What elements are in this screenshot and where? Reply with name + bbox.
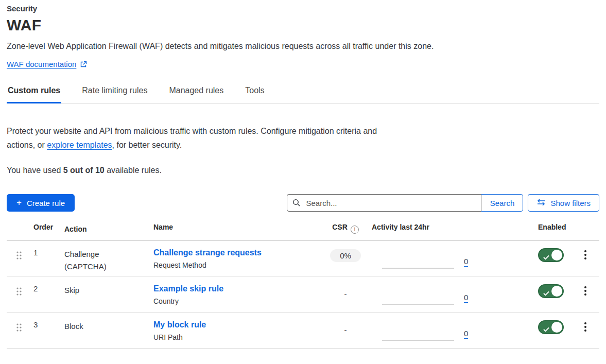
rule-field: Request Method: [153, 261, 319, 269]
tab-rate-limiting-rules[interactable]: Rate limiting rules: [81, 86, 148, 103]
cell-handle: [7, 248, 33, 263]
rule-name-link[interactable]: Challenge strange requests: [153, 248, 262, 257]
activity-sparkline: [382, 268, 454, 269]
toggle-knob: [551, 322, 562, 333]
checkmark-icon: [543, 253, 549, 262]
toggle-knob: [551, 250, 562, 261]
header-enabled: Enabled: [487, 223, 572, 231]
enabled-toggle[interactable]: [538, 248, 564, 262]
checkmark-icon: [543, 289, 549, 298]
breadcrumb-security: Security: [7, 4, 599, 13]
header-activity: Activity last 24hr: [372, 223, 487, 231]
cell-order: 1: [33, 248, 64, 257]
search-button[interactable]: Search: [481, 194, 523, 212]
intro-text-after: , for better security.: [112, 141, 182, 149]
cell-activity: 0: [372, 248, 487, 269]
toolbar-right: Search Show filters: [287, 194, 599, 212]
rule-field: URI Path: [153, 333, 319, 341]
cell-enabled: [487, 320, 572, 336]
cell-menu: [572, 284, 599, 300]
enabled-toggle[interactable]: [538, 284, 564, 298]
cell-activity: 0: [372, 284, 487, 305]
drag-dots-icon[interactable]: [15, 250, 23, 263]
cell-enabled: [487, 284, 572, 300]
external-link-icon: [80, 61, 87, 68]
swap-arrows-icon: [536, 199, 546, 207]
doc-link-label: WAF documentation: [7, 60, 76, 68]
header-name: Name: [153, 223, 319, 231]
search-group: Search: [287, 194, 523, 212]
table-header-row: Order Action Name CSRi Activity last 24h…: [7, 223, 599, 240]
rule-row: 3 Block My block rule URI Path - 0: [7, 313, 599, 349]
search-input[interactable]: [287, 194, 481, 212]
tab-custom-rules[interactable]: Custom rules: [7, 86, 61, 103]
waf-page: Security WAF Zone-level Web Application …: [0, 0, 606, 349]
drag-dots-icon[interactable]: [15, 322, 23, 335]
show-filters-label: Show filters: [550, 199, 591, 207]
search-field-wrap: [287, 194, 481, 212]
cell-csr: -: [319, 284, 372, 299]
custom-rules-table: Order Action Name CSRi Activity last 24h…: [7, 223, 599, 349]
usage-suffix: available rules.: [105, 166, 162, 175]
page-title: WAF: [7, 16, 599, 34]
csr-dash: -: [344, 325, 347, 334]
cell-order: 2: [33, 284, 64, 293]
header-csr: CSRi: [319, 223, 372, 234]
rules-usage-line: You have used 5 out of 10 available rule…: [7, 166, 599, 175]
show-filters-button[interactable]: Show filters: [528, 194, 599, 212]
drag-dots-icon[interactable]: [15, 286, 23, 299]
info-circle-icon[interactable]: i: [351, 226, 359, 234]
kebab-menu-icon[interactable]: [581, 248, 590, 264]
cell-action: Skip: [64, 284, 153, 297]
cell-handle: [7, 284, 33, 299]
csr-dash: -: [344, 289, 347, 298]
usage-count: 5 out of 10: [63, 166, 105, 175]
cell-enabled: [487, 248, 572, 264]
csr-badge: 0%: [330, 249, 361, 262]
activity-sparkline: [382, 304, 454, 305]
activity-count-link[interactable]: 0: [464, 293, 468, 303]
enabled-toggle[interactable]: [538, 320, 564, 334]
tab-managed-rules[interactable]: Managed rules: [168, 86, 224, 103]
search-icon: [292, 199, 301, 209]
waf-documentation-link[interactable]: WAF documentation: [7, 60, 87, 68]
toggle-knob: [551, 286, 562, 297]
create-rule-label: Create rule: [27, 199, 65, 207]
cell-menu: [572, 320, 599, 336]
activity-wrap: 0: [372, 284, 487, 305]
cell-activity: 0: [372, 320, 487, 341]
cell-menu: [572, 248, 599, 264]
plus-icon: +: [16, 198, 22, 207]
checkmark-icon: [543, 325, 549, 334]
tab-tools[interactable]: Tools: [244, 86, 265, 103]
rule-name-link[interactable]: My block rule: [153, 320, 206, 330]
activity-wrap: 0: [372, 320, 487, 341]
cell-name: Challenge strange requests Request Metho…: [153, 248, 319, 269]
kebab-menu-icon[interactable]: [581, 320, 590, 336]
cell-action: Challenge (CAPTCHA): [64, 248, 153, 273]
create-rule-button[interactable]: + Create rule: [7, 194, 75, 212]
cell-handle: [7, 320, 33, 335]
activity-count-link[interactable]: 0: [464, 257, 468, 267]
rule-row: 1 Challenge (CAPTCHA) Challenge strange …: [7, 240, 599, 276]
activity-sparkline: [382, 340, 454, 341]
explore-templates-link[interactable]: explore templates: [47, 141, 112, 149]
cell-name: Example skip rule Country: [153, 284, 319, 305]
rule-name-link[interactable]: Example skip rule: [153, 284, 223, 293]
cell-name: My block rule URI Path: [153, 320, 319, 341]
cell-csr: -: [319, 320, 372, 335]
activity-count-link[interactable]: 0: [464, 329, 468, 339]
kebab-menu-icon[interactable]: [581, 284, 590, 300]
rule-field: Country: [153, 297, 319, 305]
usage-prefix: You have used: [7, 166, 63, 175]
header-csr-label: CSR: [332, 223, 348, 231]
waf-tabs: Custom rules Rate limiting rules Managed…: [7, 86, 599, 103]
page-description: Zone-level Web Application Firewall (WAF…: [7, 42, 599, 51]
rules-toolbar: + Create rule Search: [7, 194, 599, 212]
rule-row: 2 Skip Example skip rule Country - 0: [7, 276, 599, 313]
cell-csr: 0%: [319, 248, 372, 262]
header-action: Action: [64, 223, 153, 235]
cell-action: Block: [64, 320, 153, 333]
cell-order: 3: [33, 320, 64, 329]
activity-wrap: 0: [372, 248, 487, 269]
